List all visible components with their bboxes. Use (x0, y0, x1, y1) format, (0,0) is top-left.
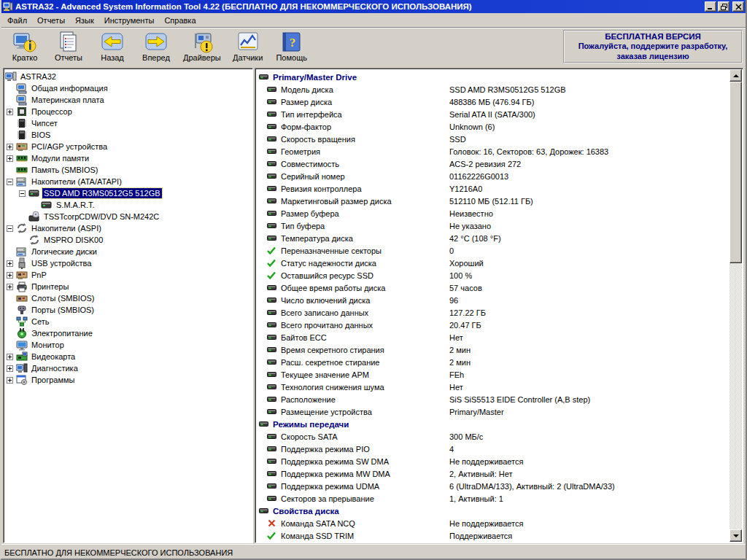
expand-toggle[interactable] (6, 225, 16, 232)
tree-item-label[interactable]: BIOS (30, 130, 52, 140)
restore-button[interactable] (718, 1, 729, 12)
toolbar-button-drivers[interactable]: Драйверы (178, 30, 226, 62)
tree-item[interactable]: USB устройства (4, 257, 252, 269)
expand-toggle[interactable] (6, 272, 16, 279)
tree-item-label[interactable]: ASTRA32 (19, 71, 58, 82)
toolbar-button-back[interactable]: Назад (90, 30, 134, 62)
tree-item-label[interactable]: Логические диски (30, 246, 98, 257)
expand-toggle[interactable] (6, 109, 16, 115)
expand-plus-icon[interactable] (7, 284, 13, 290)
tree-item[interactable]: SSD AMD R3MS0512G5 512GB (4, 187, 252, 199)
tree-item[interactable]: Монитор (4, 339, 252, 351)
tree-item-label[interactable]: Диагностика (30, 363, 80, 373)
tree-item[interactable]: Диагностика (4, 362, 252, 374)
content-row: Общее время работы диска57 часов (257, 281, 743, 294)
tree-item[interactable]: Материнская плата (4, 94, 252, 106)
tree-item[interactable]: Порты (SMBIOS) (4, 304, 252, 316)
tree-item[interactable]: BIOS (4, 129, 252, 141)
tree-item[interactable]: MSPRO DISK00 (4, 234, 252, 246)
expand-toggle[interactable] (6, 377, 16, 384)
expand-plus-icon[interactable] (7, 155, 13, 162)
tree-item[interactable]: Логические диски (4, 246, 252, 257)
expand-plus-icon[interactable] (7, 144, 13, 150)
tree-item[interactable]: Процессор (4, 106, 252, 117)
tree-item-label[interactable]: Общая информация (30, 83, 109, 93)
toolbar-button-help[interactable]: ?Помощь (270, 30, 314, 62)
menu-item-4[interactable]: Инструменты (99, 15, 160, 26)
tree-item[interactable]: PCI/AGP устройства (4, 141, 252, 152)
menu-item-5[interactable]: Справка (159, 15, 201, 26)
expand-plus-icon[interactable] (7, 109, 13, 115)
expand-toggle[interactable] (6, 155, 16, 162)
tree-item-label[interactable]: MSPRO DISK00 (42, 235, 104, 245)
tree-item-label[interactable]: Чипсет (30, 118, 59, 128)
tree-item[interactable]: TSSTcorpCDW/DVD SN-M242C (4, 211, 252, 222)
expand-plus-icon[interactable] (7, 377, 13, 384)
tree-item[interactable]: Электропитание (4, 327, 252, 339)
expand-toggle[interactable] (6, 365, 16, 372)
tree-item-label[interactable]: Материнская плата (30, 95, 106, 105)
menu-item-3[interactable]: Язык (70, 15, 99, 26)
expand-toggle[interactable] (6, 144, 16, 150)
scrollbar-thumb[interactable] (729, 82, 742, 263)
expand-plus-icon[interactable] (7, 365, 13, 372)
expand-toggle[interactable] (6, 179, 16, 185)
tree-item-label[interactable]: Программы (30, 375, 76, 385)
tree-item-label[interactable]: Порты (SMBIOS) (30, 305, 96, 315)
tree-item-label[interactable]: Модули памяти (30, 153, 90, 163)
tree-item[interactable]: Принтеры (4, 281, 252, 292)
tree-item[interactable]: Видеокарта (4, 351, 252, 362)
content-row: Поддержка режима MW DMA2, Активный: Нет (257, 467, 743, 480)
collapse-minus-icon[interactable] (7, 179, 13, 185)
expand-plus-icon[interactable] (7, 260, 13, 267)
minimize-button[interactable] (705, 1, 716, 12)
toolbar-button-reports[interactable]: Отчеты (47, 30, 90, 62)
collapse-minus-icon[interactable] (7, 225, 13, 232)
menu-item-1[interactable]: Файл (2, 15, 32, 26)
expand-toggle[interactable] (6, 354, 16, 360)
collapse-minus-icon[interactable] (19, 190, 26, 197)
tree-item[interactable]: Чипсет (4, 117, 252, 129)
expand-toggle[interactable] (6, 284, 16, 290)
tree-item-label[interactable]: Принтеры (30, 281, 70, 292)
tree-item[interactable]: PnP (4, 269, 252, 281)
toolbar-button-forward[interactable]: Вперед (134, 30, 178, 62)
tree-item-label[interactable]: TSSTcorpCDW/DVD SN-M242C (42, 211, 160, 222)
tree-item[interactable]: Общая информация (4, 82, 252, 94)
close-button[interactable] (732, 1, 744, 12)
tree-item-label[interactable]: PCI/AGP устройства (30, 141, 109, 152)
tree-item[interactable]: ASTRA32 (4, 71, 252, 82)
tree-item-label[interactable]: Накопители (ATA/ATAPI) (30, 176, 123, 187)
tree-item[interactable]: Модули памяти (4, 152, 252, 164)
toolbar-button-sensors[interactable]: Датчики (226, 30, 270, 62)
tree-item-label[interactable]: Процессор (30, 106, 74, 117)
tree-item-label[interactable]: Электропитание (30, 328, 94, 338)
scroll-up-button[interactable] (729, 69, 742, 82)
expand-toggle[interactable] (18, 190, 28, 197)
title-bar[interactable]: ASTRA32 - Advanced System Information To… (1, 0, 746, 13)
tree-item-label[interactable]: Монитор (30, 340, 66, 350)
menu-item-2[interactable]: Отчеты (32, 15, 70, 26)
expand-plus-icon[interactable] (7, 272, 13, 279)
tree-item[interactable]: Программы (4, 374, 252, 386)
tree-item[interactable]: Накопители (ATA/ATAPI) (4, 176, 252, 187)
tree-item-label[interactable]: Видеокарта (30, 351, 77, 362)
tree-item-label[interactable]: PnP (30, 270, 48, 280)
tree-item[interactable]: Сеть (4, 316, 252, 327)
tree-item-label[interactable]: S.M.A.R.T. (55, 200, 96, 210)
toolbar-button-brief[interactable]: Кратко (3, 30, 47, 62)
tree-item[interactable]: Память (SMBIOS) (4, 164, 252, 176)
tree-item[interactable]: Слоты (SMBIOS) (4, 292, 252, 304)
content-row: Размер диска488386 МБ (476.94 ГБ) (257, 96, 743, 108)
tree-item[interactable]: Накопители (ASPI) (4, 222, 252, 234)
expand-toggle[interactable] (6, 260, 16, 267)
tree-item-label[interactable]: USB устройства (30, 258, 93, 268)
tree-item-label[interactable]: Слоты (SMBIOS) (30, 293, 96, 303)
tree-item-label[interactable]: Накопители (ASPI) (30, 223, 103, 233)
tree-item-label[interactable]: SSD AMD R3MS0512G5 512GB (42, 188, 162, 198)
tree-item-label[interactable]: Сеть (30, 316, 50, 327)
expand-plus-icon[interactable] (7, 354, 13, 360)
tree-item-label[interactable]: Память (SMBIOS) (30, 165, 99, 175)
tree-item[interactable]: S.M.A.R.T. (4, 199, 252, 211)
scroll-down-button[interactable] (729, 529, 742, 542)
